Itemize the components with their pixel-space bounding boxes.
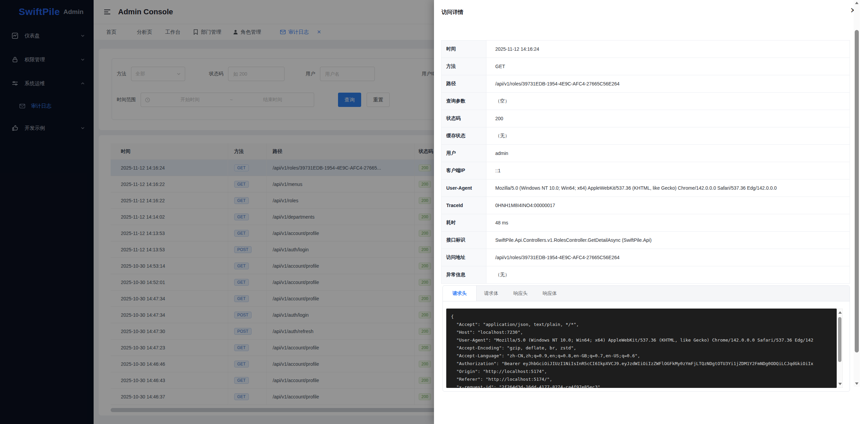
headers-tab-strip: 请求头 请求体 响应头 响应体 [443, 286, 850, 301]
detail-value: （无） [486, 127, 850, 144]
detail-label: 客户端IP [441, 162, 486, 179]
detail-value: 0HNH1M8I4INO4:00000017 [486, 197, 850, 214]
detail-label: 耗时 [441, 214, 486, 231]
tab-request-body[interactable]: 请求体 [477, 286, 506, 301]
detail-row: 客户端IP::1 [441, 162, 850, 179]
detail-label: 缓存状态 [441, 127, 486, 144]
detail-row: 路径/api/v1/roles/39731EDB-1954-4E9C-AFC4-… [441, 75, 850, 93]
detail-row: 接口标识SwiftPile.Api.Controllers.v1.RolesCo… [441, 232, 850, 249]
detail-label: 状态码 [441, 110, 486, 127]
detail-row: 访问地址/api/v1/roles/39731EDB-1954-4E9C-AFC… [441, 249, 850, 266]
detail-label: 接口标识 [441, 232, 486, 249]
access-detail-drawer: 访问详情 ✕ 时间2025-11-12 14:16:24 方法GET 路径/ap… [434, 0, 868, 424]
tab-response-body[interactable]: 响应体 [535, 286, 564, 301]
detail-label: 路径 [441, 75, 486, 92]
detail-row: User-AgentMozilla/5.0 (Windows NT 10.0; … [441, 179, 850, 197]
drawer-scrollbar-thumb[interactable] [855, 30, 859, 352]
scroll-down-icon[interactable] [838, 383, 842, 385]
detail-row: 异常信息（无） [441, 266, 850, 284]
detail-row: TraceId0HNH1M8I4INO4:00000017 [441, 197, 850, 214]
detail-value: （无） [486, 266, 850, 283]
detail-label: 异常信息 [441, 266, 486, 283]
detail-value: /api/v1/roles/39731EDB-1954-4E9C-AFC4-27… [486, 75, 850, 92]
detail-table: 时间2025-11-12 14:16:24 方法GET 路径/api/v1/ro… [441, 40, 850, 284]
detail-value: 48 ms [486, 214, 850, 231]
detail-row: 时间2025-11-12 14:16:24 [441, 41, 850, 58]
headers-tabs-card: 请求头 请求体 响应头 响应体 { "Accept": "application… [443, 285, 850, 392]
detail-label: TraceId [441, 197, 486, 214]
code-scrollbar[interactable] [837, 309, 843, 388]
detail-row: 耗时48 ms [441, 214, 850, 232]
detail-label: 查询参数 [441, 93, 486, 110]
detail-value: Mozilla/5.0 (Windows NT 10.0; Win64; x64… [486, 179, 850, 197]
detail-row: 查询参数（空） [441, 93, 850, 110]
detail-label: User-Agent [441, 179, 486, 197]
detail-value: 2025-11-12 14:16:24 [486, 41, 850, 58]
detail-value: ::1 [486, 162, 850, 179]
detail-value: SwiftPile.Api.Controllers.v1.RolesContro… [486, 232, 850, 249]
detail-value: 200 [486, 110, 850, 127]
scroll-up-icon[interactable] [855, 2, 858, 4]
detail-row: 状态码200 [441, 110, 850, 127]
detail-value: GET [486, 58, 850, 75]
scroll-down-icon[interactable] [855, 382, 858, 385]
detail-row: 缓存状态（无） [441, 127, 850, 145]
detail-row: 方法GET [441, 58, 850, 75]
code-content: { "Accept": "application/json, text/plai… [446, 309, 837, 388]
tab-request-headers[interactable]: 请求头 [443, 286, 477, 301]
detail-label: 访问地址 [441, 249, 486, 266]
drawer-title: 访问详情 [441, 9, 463, 16]
code-scrollbar-thumb[interactable] [838, 317, 841, 362]
detail-label: 方法 [441, 58, 486, 75]
drawer-scrollbar[interactable] [854, 0, 860, 387]
detail-value: admin [486, 145, 850, 162]
detail-row: 用户admin [441, 145, 850, 162]
detail-value: /api/v1/roles/39731EDB-1954-4E9C-AFC4-27… [486, 249, 850, 266]
detail-value: （空） [486, 93, 850, 110]
scroll-up-icon[interactable] [838, 311, 842, 314]
tab-response-headers[interactable]: 响应头 [506, 286, 535, 301]
detail-label: 时间 [441, 41, 486, 58]
detail-label: 用户 [441, 145, 486, 162]
request-headers-code-block: { "Accept": "application/json, text/plai… [446, 309, 837, 388]
